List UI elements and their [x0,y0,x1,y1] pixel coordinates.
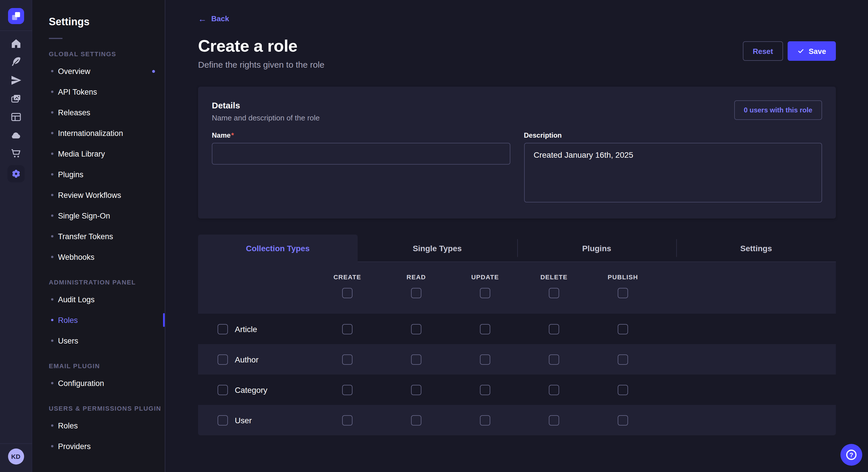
strapi-logo[interactable] [8,8,24,24]
permission-checkbox[interactable] [480,384,490,395]
strapi-admin-app: KD Settings GLOBAL SETTINGS Overview API… [0,0,868,472]
sidebar-item-audit-logs[interactable]: Audit Logs [33,289,165,310]
permission-checkbox[interactable] [411,324,422,334]
permission-checkbox[interactable] [480,415,490,425]
bullet-icon [51,111,53,113]
gear-icon[interactable] [7,165,24,182]
permission-checkbox[interactable] [411,384,422,395]
row-label: Article [235,324,257,334]
tab-collection-types[interactable]: Collection Types [198,235,358,262]
section-label-global-settings: GLOBAL SETTINGS [49,50,165,57]
permission-checkbox[interactable] [411,354,422,365]
permission-checkbox[interactable] [549,384,559,395]
sidebar-item-internationalization[interactable]: Internationalization [33,123,165,143]
bullet-icon [51,319,53,321]
description-input[interactable]: Created January 16th, 2025 [524,143,822,202]
sidebar-item-single-sign-on[interactable]: Single Sign-On [33,205,165,226]
tab-plugins[interactable]: Plugins [517,235,677,262]
select-row-checkbox[interactable] [218,354,228,365]
row-label: Category [235,385,268,394]
content-type-row-category: Category [198,374,836,405]
users-with-role-button[interactable]: 0 users with this role [734,100,822,120]
content-type-row-article: Article [198,314,836,344]
required-asterisk: * [231,131,234,139]
permission-checkbox[interactable] [549,354,559,365]
select-all-read-checkbox[interactable] [411,288,422,298]
select-row-checkbox[interactable] [218,415,228,425]
permission-checkbox[interactable] [342,415,352,425]
bullet-icon [51,153,53,155]
page-subtitle: Define the rights given to the role [198,60,324,69]
sidebar-item-providers[interactable]: Providers [33,436,165,457]
tab-single-types[interactable]: Single Types [358,235,517,262]
page-header: Create a role Define the rights given to… [198,36,836,69]
permission-checkbox[interactable] [618,415,628,425]
bullet-icon [51,445,53,447]
layout-icon[interactable] [7,110,24,124]
back-link[interactable]: ← Back [198,14,229,23]
bullet-icon [51,339,53,342]
details-title: Details [212,100,320,110]
select-all-delete-checkbox[interactable] [549,288,559,298]
sidebar-item-overview[interactable]: Overview [33,61,165,81]
sidebar-item-plugins[interactable]: Plugins [33,164,165,185]
sidebar-item-api-tokens[interactable]: API Tokens [33,81,165,102]
row-label: Author [235,355,259,364]
permission-checkbox[interactable] [411,415,422,425]
section-label-administration-panel: ADMINISTRATION PANEL [49,279,165,285]
row-label: User [235,415,252,425]
permissions-header-row: CREATE READ UPDATE DELETE PUBLISH [198,262,836,314]
bullet-icon [51,235,53,237]
name-label: Name* [212,131,510,139]
home-icon[interactable] [7,37,24,50]
save-button[interactable]: Save [787,41,836,61]
tab-settings[interactable]: Settings [677,235,836,262]
sidebar-item-users[interactable]: Users [33,330,165,351]
question-mark-icon: ? [846,450,857,460]
sidebar-item-releases[interactable]: Releases [33,102,165,123]
sidebar-item-media-library[interactable]: Media Library [33,143,165,164]
header-actions: Reset Save [743,41,836,61]
select-row-checkbox[interactable] [218,384,228,395]
select-all-update-checkbox[interactable] [480,288,490,298]
permission-checkbox[interactable] [342,354,352,365]
section-label-email-plugin: EMAIL PLUGIN [49,363,165,369]
bullet-icon [51,298,53,301]
sidebar-item-configuration[interactable]: Configuration [33,373,165,394]
reset-button[interactable]: Reset [743,41,783,61]
bullet-icon [51,256,53,258]
permission-checkbox[interactable] [549,324,559,334]
permissions-table: CREATE READ UPDATE DELETE PUBLISH Articl… [198,262,836,435]
sidebar-item-review-workflows[interactable]: Review Workflows [33,185,165,205]
permission-checkbox[interactable] [549,415,559,425]
sidebar-item-roles-admin[interactable]: Roles [33,310,165,330]
sidebar-item-transfer-tokens[interactable]: Transfer Tokens [33,226,165,247]
sidebar-item-roles-up[interactable]: Roles [33,415,165,436]
help-button[interactable]: ? [840,444,862,466]
name-input[interactable] [212,143,510,165]
details-card: Details Name and description of the role… [198,87,836,218]
media-library-icon[interactable] [7,92,24,105]
column-header-update: UPDATE [471,274,499,280]
column-header-read: READ [406,274,426,280]
permission-checkbox[interactable] [618,354,628,365]
sidebar-item-webhooks[interactable]: Webhooks [33,247,165,267]
permission-checkbox[interactable] [618,324,628,334]
cart-icon[interactable] [7,147,24,161]
feather-icon[interactable] [7,55,24,69]
permission-checkbox[interactable] [342,324,352,334]
permission-checkbox[interactable] [342,384,352,395]
select-row-checkbox[interactable] [218,324,228,334]
rail-footer: KD [0,443,32,472]
tabs: Collection Types Single Types Plugins Se… [198,235,836,262]
select-all-publish-checkbox[interactable] [618,288,628,298]
permission-checkbox[interactable] [480,324,490,334]
select-all-create-checkbox[interactable] [342,288,352,298]
permission-checkbox[interactable] [618,384,628,395]
permission-checkbox[interactable] [480,354,490,365]
user-avatar[interactable]: KD [8,448,24,465]
paper-plane-icon[interactable] [7,73,24,87]
content-type-row-author: Author [198,344,836,374]
column-header-publish: PUBLISH [608,274,638,280]
cloud-icon[interactable] [7,129,24,142]
